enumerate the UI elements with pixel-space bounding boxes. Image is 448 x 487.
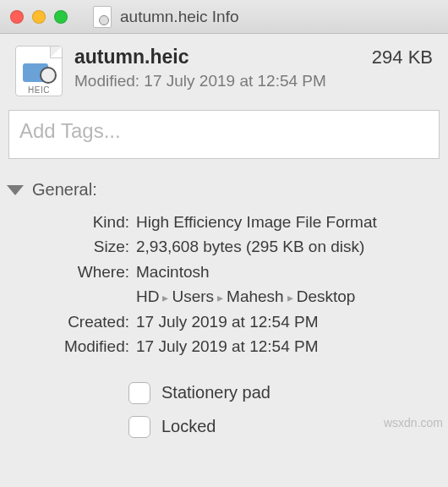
- modified-label: Modified:: [15, 334, 129, 358]
- window-controls: [10, 10, 68, 24]
- general-options: Stationery pad Locked: [0, 359, 448, 440]
- size-value: 2,93,608 bytes (295 KB on disk): [136, 234, 433, 259]
- file-preview-icon: HEIC: [15, 46, 63, 96]
- section-general-header[interactable]: General:: [0, 175, 448, 210]
- titlebar: autumn.heic Info: [0, 0, 448, 34]
- path-segment: Mahesh: [227, 287, 284, 305]
- file-name: autumn.heic: [74, 46, 188, 68]
- minimize-icon[interactable]: [32, 10, 46, 24]
- kind-value: High Efficiency Image File Format: [136, 210, 433, 234]
- section-general-label: General:: [32, 180, 97, 200]
- modified-value: 17 July 2019 at 12:54 PM: [136, 334, 433, 358]
- file-type-badge: HEIC: [16, 85, 62, 95]
- path-separator-icon: ▸: [214, 291, 227, 304]
- locked-label: Locked: [161, 417, 216, 436]
- disclosure-triangle-icon[interactable]: [7, 185, 24, 195]
- title-file-icon: [93, 6, 112, 28]
- watermark: wsxdn.com: [384, 416, 443, 430]
- where-label: Where:: [15, 260, 129, 309]
- created-value: 17 July 2019 at 12:54 PM: [136, 309, 433, 334]
- file-size: 294 KB: [372, 47, 433, 68]
- general-details: Kind: High Efficiency Image File Format …: [0, 210, 448, 359]
- stationery-pad-row: Stationery pad: [125, 380, 448, 407]
- zoom-icon[interactable]: [54, 10, 68, 24]
- kind-label: Kind:: [15, 210, 129, 234]
- file-header: HEIC autumn.heic 294 KB Modified: 17 Jul…: [0, 34, 448, 105]
- window-title: autumn.heic Info: [120, 8, 238, 26]
- stationery-pad-label: Stationery pad: [161, 383, 270, 402]
- locked-checkbox[interactable]: [128, 416, 150, 438]
- tags-input[interactable]: [8, 110, 440, 159]
- where-value: Macintosh HD▸Users▸Mahesh▸Desktop: [136, 260, 433, 309]
- path-segment: Desktop: [297, 287, 356, 305]
- tags-row: [0, 105, 448, 175]
- path-segment: Users: [172, 287, 214, 305]
- stationery-pad-checkbox[interactable]: [128, 382, 150, 404]
- created-label: Created:: [15, 309, 129, 334]
- close-icon[interactable]: [10, 10, 24, 24]
- size-label: Size:: [15, 234, 129, 259]
- path-separator-icon: ▸: [284, 291, 297, 304]
- file-modified-summary: Modified: 17 July 2019 at 12:54 PM: [74, 72, 433, 90]
- path-separator-icon: ▸: [159, 291, 172, 304]
